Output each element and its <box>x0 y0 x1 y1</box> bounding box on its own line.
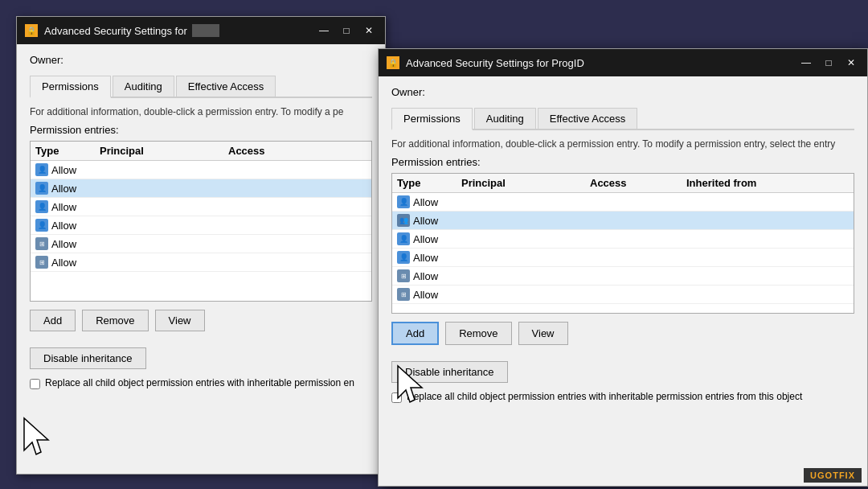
group-icon: 👥 <box>397 214 410 227</box>
type-cell: ⊞ Allow <box>35 256 100 269</box>
table-row[interactable]: 👤 Allow <box>392 249 854 267</box>
window2-checkbox-row: Replace all child object permission entr… <box>391 391 854 403</box>
window2-controls: — □ ✕ <box>798 55 859 71</box>
type-cell: 👤 Allow <box>397 232 461 245</box>
col-principal-w2: Principal <box>461 177 590 189</box>
replace-checkbox-w1[interactable] <box>30 379 40 389</box>
person-icon: 👤 <box>35 219 48 232</box>
minimize-btn[interactable]: — <box>316 23 332 39</box>
person-icon: 👤 <box>397 232 410 245</box>
col-inherited-w2: Inherited from <box>686 177 783 189</box>
add-button-w2[interactable]: Add <box>391 322 439 345</box>
window1-icon: 🔒 <box>25 24 38 37</box>
table-row[interactable]: 👤 Allow <box>31 216 371 235</box>
table-row[interactable]: 👤 Allow <box>31 198 371 216</box>
window2-titlebar: 🔒 Advanced Security Settings for ProgID … <box>379 49 867 76</box>
allow-label: Allow <box>413 233 438 245</box>
person-icon: 👤 <box>397 251 410 264</box>
allow-label: Allow <box>51 238 76 250</box>
window1-info: For additional information, double-click… <box>30 106 372 117</box>
window1-title-suffix <box>192 24 219 37</box>
window1-title: Advanced Security Settings for <box>44 25 187 37</box>
window1-content: Owner: Permissions Auditing Effective Ac… <box>17 44 385 399</box>
window1-owner-row: Owner: <box>30 54 372 66</box>
window2-section-label: Permission entries: <box>391 156 854 168</box>
replace-checkbox-w2[interactable] <box>391 392 402 403</box>
window2: 🔒 Advanced Security Settings for ProgID … <box>378 48 868 487</box>
window1-tabs: Permissions Auditing Effective Access <box>30 76 372 98</box>
window2-btn-row: Add Remove View <box>391 322 854 345</box>
tab-auditing-w2[interactable]: Auditing <box>474 108 536 129</box>
close-btn-w2[interactable]: ✕ <box>843 55 859 71</box>
grid-icon: ⊞ <box>397 288 410 301</box>
window1-checkbox-row: Replace all child object permission entr… <box>30 377 372 389</box>
allow-label: Allow <box>51 220 76 232</box>
window1-disable-row: Disable inheritance <box>30 339 372 369</box>
type-cell: ⊞ Allow <box>397 269 461 282</box>
window1-controls: — □ ✕ <box>316 23 377 39</box>
allow-label: Allow <box>413 252 438 264</box>
maximize-btn-w2[interactable]: □ <box>821 55 837 71</box>
window2-owner-value <box>432 86 435 98</box>
window2-owner-label: Owner: <box>391 86 425 98</box>
tab-effective-access-w2[interactable]: Effective Access <box>538 108 637 129</box>
allow-label: Allow <box>51 201 76 213</box>
table-row[interactable]: 👥 Allow <box>392 212 854 230</box>
remove-button-w2[interactable]: Remove <box>445 322 511 345</box>
col-access-w1: Access <box>228 145 325 157</box>
allow-label: Allow <box>413 289 438 301</box>
window1-btn-row: Add Remove View <box>30 310 372 331</box>
window2-disable-row: Disable inheritance <box>391 353 854 383</box>
remove-button-w1[interactable]: Remove <box>82 310 148 331</box>
window2-info: For additional information, double-click… <box>391 138 854 150</box>
watermark: UGOTFIX <box>804 468 862 483</box>
table-row[interactable]: ⊞ Allow <box>31 235 371 253</box>
window1-titlebar: 🔒 Advanced Security Settings for — □ ✕ <box>17 17 385 44</box>
add-button-w1[interactable]: Add <box>30 310 76 331</box>
window2-title: Advanced Security Settings for ProgID <box>406 57 584 69</box>
table-row[interactable]: 👤 Allow <box>392 230 854 249</box>
tab-permissions-w1[interactable]: Permissions <box>30 76 111 98</box>
view-button-w1[interactable]: View <box>155 310 205 331</box>
window2-perm-table: Type Principal Access Inherited from 👤 A… <box>391 173 854 314</box>
grid-icon: ⊞ <box>397 269 410 282</box>
minimize-btn-w2[interactable]: — <box>798 55 814 71</box>
allow-label: Allow <box>413 270 438 282</box>
close-btn[interactable]: ✕ <box>361 23 377 39</box>
col-type-w2: Type <box>397 177 461 189</box>
table-row[interactable]: 👤 Allow <box>31 161 371 179</box>
person-icon: 👤 <box>35 200 48 213</box>
col-access-w2: Access <box>590 177 686 189</box>
window1-owner-label: Owner: <box>30 54 63 66</box>
allow-label: Allow <box>413 215 438 227</box>
window2-icon: 🔒 <box>387 56 399 69</box>
maximize-btn[interactable]: □ <box>338 23 354 39</box>
type-cell: 👤 Allow <box>35 219 100 232</box>
grid-icon: ⊞ <box>35 237 48 250</box>
allow-label: Allow <box>413 196 438 208</box>
view-button-w2[interactable]: View <box>518 322 568 345</box>
tab-permissions-w2[interactable]: Permissions <box>391 108 473 130</box>
col-principal-w1: Principal <box>100 145 228 157</box>
table-row[interactable]: ⊞ Allow <box>31 253 371 272</box>
person-icon: 👤 <box>35 163 48 176</box>
table-row[interactable]: 👤 Allow <box>31 179 371 198</box>
replace-label-w2: Replace all child object permission entr… <box>407 391 802 402</box>
type-cell: 👤 Allow <box>35 182 100 195</box>
window2-owner-row: Owner: <box>391 86 854 98</box>
col-type-w1: Type <box>35 145 100 157</box>
type-cell: ⊞ Allow <box>35 237 100 250</box>
tab-effective-access-w1[interactable]: Effective Access <box>176 76 276 97</box>
tab-auditing-w1[interactable]: Auditing <box>113 76 174 97</box>
table-row[interactable]: ⊞ Allow <box>392 267 854 286</box>
table-row[interactable]: ⊞ Allow <box>392 286 854 304</box>
window1-perm-table: Type Principal Access 👤 Allow 👤 Allow <box>30 141 372 302</box>
type-cell: 👤 Allow <box>397 195 461 208</box>
type-cell: ⊞ Allow <box>397 288 461 301</box>
window2-perm-header: Type Principal Access Inherited from <box>392 174 854 193</box>
disable-inheritance-btn-w2[interactable]: Disable inheritance <box>391 361 508 383</box>
allow-label: Allow <box>51 257 76 269</box>
allow-label: Allow <box>51 164 76 176</box>
table-row[interactable]: 👤 Allow <box>392 193 854 212</box>
disable-inheritance-btn-w1[interactable]: Disable inheritance <box>30 347 146 369</box>
